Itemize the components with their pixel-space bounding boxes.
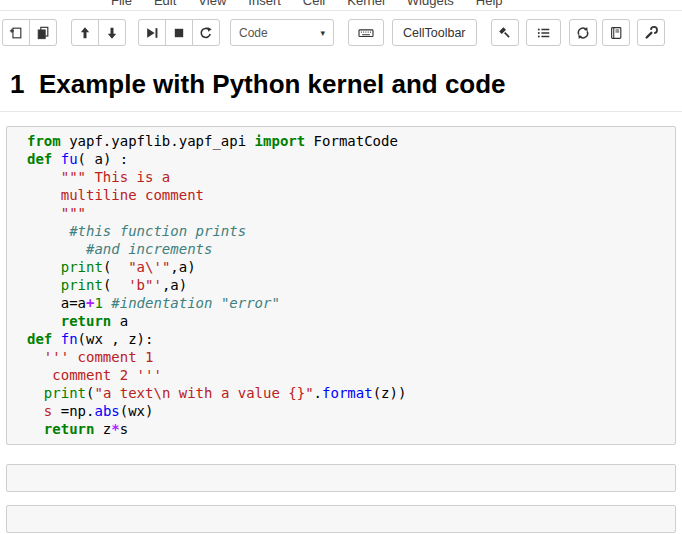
- run-cell-button[interactable]: [138, 19, 166, 46]
- cell-type-value: Code: [239, 26, 268, 40]
- keyboard-icon: [358, 26, 374, 40]
- cell-type-dropdown[interactable]: Code ▾: [230, 19, 334, 46]
- menu-insert[interactable]: Insert: [237, 0, 292, 8]
- code-line-15[interactable]: print("a text\n with a value {}".format(…: [7, 384, 671, 402]
- run-icon: [145, 26, 159, 40]
- run-group: [138, 19, 220, 46]
- code-line-5[interactable]: """: [7, 204, 671, 222]
- refresh-button[interactable]: [569, 19, 597, 46]
- copy-cells-button[interactable]: [29, 19, 57, 46]
- copy-cells-icon: [36, 26, 50, 40]
- code-prettify-icon: [498, 26, 512, 40]
- header-divider: [0, 111, 682, 112]
- clipboard-group: [2, 19, 57, 46]
- code-line-4[interactable]: multiline comment: [7, 186, 671, 204]
- code-line-2[interactable]: def fu( a) :: [7, 150, 671, 168]
- dropdown-caret-icon: ▾: [320, 28, 325, 38]
- interrupt-icon: [172, 26, 186, 40]
- restart-kernel-icon: [199, 26, 213, 40]
- code-editor[interactable]: from yapf.yapflib.yapf_api import Format…: [7, 132, 671, 438]
- gist-notebook-button[interactable]: [602, 19, 630, 46]
- code-line-8[interactable]: print( "a\'",a): [7, 258, 671, 276]
- menu-kernel[interactable]: Kernel: [336, 0, 396, 8]
- toc-icon: [536, 26, 551, 40]
- code-line-3[interactable]: """ This is a: [7, 168, 671, 186]
- code-line-16[interactable]: s =np.abs(wx): [7, 402, 671, 420]
- menu-help[interactable]: Help: [465, 0, 514, 8]
- table-of-contents-button[interactable]: [526, 19, 561, 46]
- main-toolbar: Code ▾ CellToolbar: [0, 11, 682, 55]
- add-cell-button[interactable]: [2, 19, 30, 46]
- code-line-14[interactable]: comment 2 ''': [7, 366, 671, 384]
- restart-kernel-button[interactable]: [192, 19, 220, 46]
- code-line-11[interactable]: return a: [7, 312, 671, 330]
- code-cell[interactable]: from yapf.yapflib.yapf_api import Format…: [6, 126, 676, 445]
- markdown-heading-cell: 1 Example with Python kernel and code: [10, 69, 682, 99]
- move-cell-down-button[interactable]: [98, 19, 126, 46]
- menubar-clipped: FileEditViewInsertCellKernelWidgetsHelp: [0, 0, 682, 11]
- command-palette-button[interactable]: [348, 19, 384, 46]
- interrupt-kernel-button[interactable]: [165, 19, 193, 46]
- code-line-13[interactable]: ''' comment 1: [7, 348, 671, 366]
- move-cell-up-button[interactable]: [71, 19, 99, 46]
- refresh-icon: [576, 26, 590, 40]
- code-line-17[interactable]: return z*s: [7, 420, 671, 438]
- code-line-6[interactable]: #this function prints: [7, 222, 671, 240]
- code-line-1[interactable]: from yapf.yapflib.yapf_api import Format…: [7, 132, 671, 150]
- code-line-10[interactable]: a=a+1 #indentation "error": [7, 294, 671, 312]
- menu-items: FileEditViewInsertCellKernelWidgetsHelp: [100, 0, 514, 9]
- notebook-container: 1 Example with Python kernel and code fr…: [0, 69, 682, 533]
- menu-file[interactable]: File: [100, 0, 143, 8]
- code-line-7[interactable]: #and increments: [7, 240, 671, 258]
- code-prettify-button[interactable]: [491, 19, 519, 46]
- add-cell-icon: [9, 26, 23, 40]
- wrench-icon: [644, 26, 658, 40]
- book-icon: [609, 26, 623, 40]
- move-up-icon: [78, 26, 92, 40]
- menu-cell[interactable]: Cell: [292, 0, 336, 8]
- celltoolbar-button[interactable]: CellToolbar: [392, 19, 477, 46]
- code-line-9[interactable]: print( 'b"',a): [7, 276, 671, 294]
- empty-cell-2[interactable]: [6, 505, 676, 533]
- empty-cell-1[interactable]: [6, 464, 676, 492]
- move-down-icon: [105, 26, 119, 40]
- menu-view[interactable]: View: [187, 0, 237, 8]
- nbextensions-config-button[interactable]: [637, 19, 665, 46]
- menu-widgets[interactable]: Widgets: [396, 0, 465, 8]
- move-cells-group: [71, 19, 126, 46]
- menu-edit[interactable]: Edit: [143, 0, 187, 8]
- code-line-12[interactable]: def fn(wx , z):: [7, 330, 671, 348]
